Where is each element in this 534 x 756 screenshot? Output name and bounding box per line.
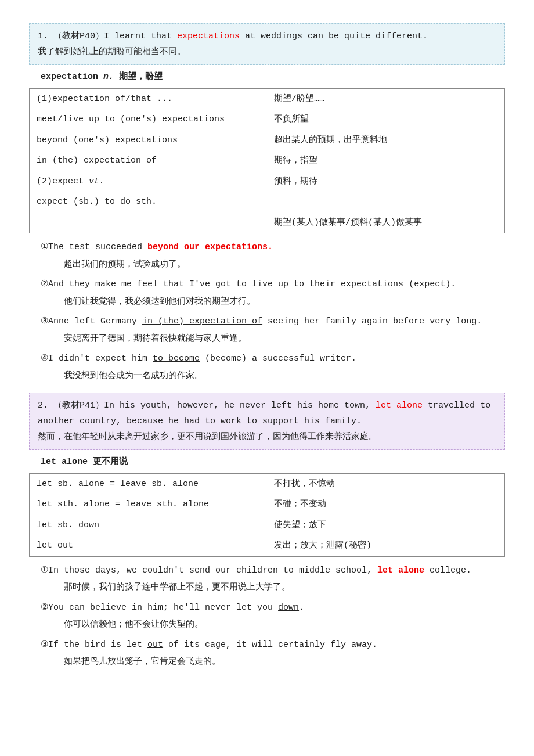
down-underline: down (278, 603, 299, 613)
def-left: let sb. down (30, 515, 268, 536)
def-right (267, 192, 505, 213)
def-right: 使失望；放下 (267, 515, 505, 536)
def-right: 超出某人的预期，出乎意料地 (267, 130, 505, 151)
def-right: 不负所望 (267, 109, 505, 130)
in-expectation-underline: in (the) expectation of (142, 316, 262, 326)
out-underline: out (147, 640, 163, 650)
example2-3: ③If the bird is let out of its cage, it … (41, 637, 505, 669)
section2-highlight-en: 2. （教材P41）In his youth, however, he neve… (38, 401, 490, 426)
def-left: (1)expectation of/that ... (30, 88, 268, 109)
def-row: let out 发出；放大；泄露(秘密) (30, 535, 505, 556)
def-row: let sb. down 使失望；放下 (30, 515, 505, 536)
example1-1-en: ①The test succeeded beyond our expectati… (41, 239, 505, 255)
section1-keyword: expectation n. 期望，盼望 (41, 70, 505, 85)
let-alone-highlight: let alone (376, 401, 423, 411)
example1-1-cn: 超出我们的预期，试验成功了。 (64, 257, 505, 272)
def-row: in (the) expectation of 期待，指望 (30, 150, 505, 171)
def-left: let sth. alone = leave sth. alone (30, 494, 268, 515)
section1-highlight-cn: 我了解到婚礼上的期盼可能相当不同。 (38, 47, 186, 57)
example1-2-cn: 他们让我觉得，我必须达到他们对我的期望才行。 (64, 294, 505, 309)
example2-3-en: ③If the bird is let out of its cage, it … (41, 637, 505, 653)
let-alone-red-1: let alone (377, 566, 424, 575)
def-left: expect (sb.) to do sth. (30, 192, 268, 213)
def-right: 期待，指望 (267, 150, 505, 171)
example2-1: ①In those days, we couldn't send our chi… (41, 563, 505, 595)
section2-highlight: 2. （教材P41）In his youth, however, he neve… (29, 393, 505, 450)
example1-2: ②And they make me feel that I've got to … (41, 276, 505, 309)
def-row: (2)expect vt. 预料，期待 (30, 171, 505, 192)
def-left: let out (30, 535, 268, 556)
example1-3-cn: 安妮离开了德国，期待着很快就能与家人重逢。 (64, 332, 505, 347)
example1-4: ④I didn't expect him to become (become) … (41, 351, 505, 383)
to-become-underline: to become (153, 354, 200, 363)
example1-2-en: ②And they make me feel that I've got to … (41, 276, 505, 292)
def-row: let sth. alone = leave sth. alone 不碰；不变动 (30, 494, 505, 515)
def-row: let sb. alone = leave sb. alone 不打扰，不惊动 (30, 473, 505, 494)
def-right: 不碰；不变动 (267, 494, 505, 515)
beyond-expectations-red: beyond our expectations. (147, 242, 273, 252)
section1-definition-table: (1)expectation of/that ... 期望/盼望…… meet/… (29, 88, 505, 234)
def-right: 预料，期待 (267, 171, 505, 192)
section2-keyword: let alone 更不用说 (41, 455, 505, 470)
section2-highlight-cn: 然而，在他年轻时从未离开过家乡，更不用说到国外旅游了，因为他得工作来养活家庭。 (38, 432, 377, 442)
section1-highlight: 1. （教材P40）I learnt that expectations at … (29, 23, 505, 65)
def-row: expect (sb.) to do sth. (30, 192, 505, 213)
def-right: 发出；放大；泄露(秘密) (267, 535, 505, 556)
example1-4-cn: 我没想到他会成为一名成功的作家。 (64, 369, 505, 384)
def-left (30, 213, 268, 233)
def-left: meet/live up to (one's) expectations (30, 109, 268, 130)
def-left: (2)expect vt. (30, 171, 268, 192)
def-left: beyond (one's) expectations (30, 130, 268, 151)
def-row: (1)expectation of/that ... 期望/盼望…… (30, 88, 505, 109)
section2-definition-table: let sb. alone = leave sb. alone 不打扰，不惊动 … (29, 473, 505, 557)
example2-3-cn: 如果把鸟儿放出笼子，它肯定会飞走的。 (64, 654, 505, 669)
example1-3: ③Anne left Germany in (the) expectation … (41, 314, 505, 346)
example2-2-cn: 你可以信赖他；他不会让你失望的。 (64, 617, 505, 632)
section1-highlight-en: 1. （教材P40）I learnt that expectations at … (38, 31, 428, 41)
def-row: beyond (one's) expectations 超出某人的预期，出乎意料… (30, 130, 505, 151)
def-right: 期望/盼望…… (267, 88, 505, 109)
example2-1-cn: 那时候，我们的孩子连中学都上不起，更不用说上大学了。 (64, 580, 505, 595)
def-right: 不打扰，不惊动 (267, 473, 505, 494)
def-row: 期望(某人)做某事/预料(某人)做某事 (30, 213, 505, 233)
expectations-underline: expectations (341, 279, 403, 289)
def-left: in (the) expectation of (30, 150, 268, 171)
example2-2-en: ②You can believe in him; he'll never let… (41, 600, 505, 615)
example1-3-en: ③Anne left Germany in (the) expectation … (41, 314, 505, 329)
def-right: 期望(某人)做某事/预料(某人)做某事 (267, 213, 505, 233)
example1-4-en: ④I didn't expect him to become (become) … (41, 351, 505, 366)
def-row: meet/live up to (one's) expectations 不负所… (30, 109, 505, 130)
example2-1-en: ①In those days, we couldn't send our chi… (41, 563, 505, 578)
def-left: let sb. alone = leave sb. alone (30, 473, 268, 494)
keyword-expectations-highlight: expectations (177, 31, 240, 41)
example2-2: ②You can believe in him; he'll never let… (41, 600, 505, 632)
example1-1: ①The test succeeded beyond our expectati… (41, 239, 505, 272)
